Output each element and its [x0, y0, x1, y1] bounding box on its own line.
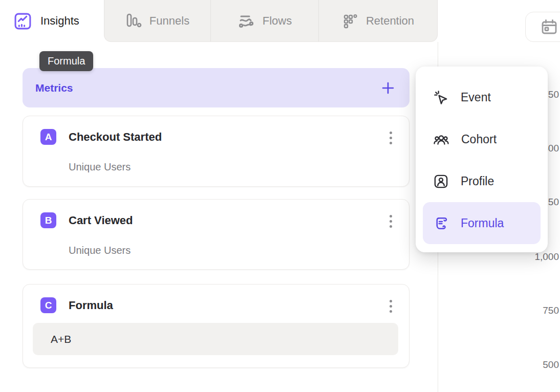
profile-person-icon [433, 173, 449, 189]
tab-label: Funnels [149, 14, 189, 28]
metric-card-b[interactable]: B Cart Viewed Unique Users [23, 199, 410, 270]
date-range-button[interactable] [525, 12, 560, 42]
metric-options-button[interactable] [383, 297, 398, 315]
formula-scroll-icon [433, 215, 449, 231]
metric-title: Cart Viewed [69, 214, 133, 227]
metrics-section-header: Metrics [23, 68, 410, 107]
metrics-title: Metrics [35, 82, 73, 94]
formula-tooltip: Formula [39, 51, 93, 71]
formula-expression-input[interactable]: A+B [33, 323, 398, 355]
metric-title: Formula [69, 299, 113, 312]
metric-badge: A [40, 129, 56, 145]
tab-funnels[interactable]: Funnels [104, 0, 210, 41]
metric-options-button[interactable] [383, 128, 398, 147]
menu-item-label: Profile [461, 175, 494, 188]
tab-retention[interactable]: Retention [318, 0, 437, 41]
menu-item-label: Event [461, 91, 491, 104]
insights-report-builder: Funnels Flows Retention [0, 0, 560, 392]
insights-chart-icon [14, 12, 32, 30]
report-type-tabstrip: Funnels Flows Retention [104, 0, 438, 42]
menu-item-formula[interactable]: Formula [423, 202, 541, 244]
metric-title: Checkout Started [69, 130, 162, 144]
menu-item-cohort[interactable]: Cohort [423, 118, 541, 160]
metric-measurement[interactable]: Unique Users [69, 161, 131, 173]
metric-badge: C [40, 297, 56, 313]
metric-measurement[interactable]: Unique Users [69, 245, 131, 256]
tab-flows[interactable]: Flows [210, 0, 318, 41]
add-metric-menu: Event Cohort Profile [416, 67, 548, 252]
y-axis-label: 500 [543, 359, 559, 371]
metric-card-a[interactable]: A Checkout Started Unique Users [23, 116, 410, 187]
metric-card-c[interactable]: C Formula A+B [23, 284, 410, 368]
event-cursor-icon [433, 90, 449, 105]
calendar-icon [540, 18, 558, 36]
menu-item-label: Formula [461, 216, 504, 230]
tab-label: Insights [40, 14, 79, 28]
menu-item-profile[interactable]: Profile [423, 160, 541, 202]
cohort-people-icon [433, 131, 449, 147]
tab-insights[interactable]: Insights [0, 0, 104, 42]
plus-icon [381, 81, 395, 95]
metric-options-button[interactable] [383, 212, 398, 230]
retention-icon [342, 13, 358, 29]
tab-label: Retention [366, 14, 414, 28]
y-axis-label: 1,000 [534, 251, 559, 263]
metric-badge: B [40, 212, 56, 228]
add-metric-button[interactable] [378, 78, 398, 98]
tab-label: Flows [263, 14, 292, 28]
menu-item-event[interactable]: Event [423, 76, 541, 118]
y-axis-label: 750 [543, 305, 559, 316]
flows-icon [238, 13, 255, 29]
funnels-icon [125, 13, 142, 29]
menu-item-label: Cohort [461, 133, 497, 146]
